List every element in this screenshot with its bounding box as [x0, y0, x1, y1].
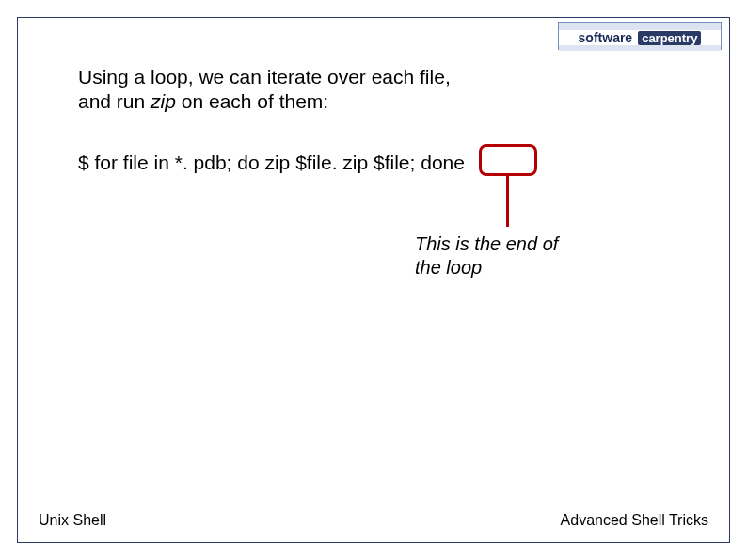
footer-right: Advanced Shell Tricks: [561, 512, 708, 529]
logo-box: software carpentry: [558, 22, 722, 50]
callout-line-1: This is the end of: [415, 233, 558, 254]
logo-top-strip: [559, 23, 721, 30]
slide-frame: software carpentry Using a loop, we can …: [17, 17, 730, 543]
body-line-2-ital: zip: [151, 90, 176, 112]
command-text: for file in *. pdb; do zip $file. zip $f…: [95, 152, 465, 173]
callout-connector: [506, 176, 509, 227]
callout-text: This is the end of the loop: [415, 232, 622, 280]
command-line: $ for file in *. pdb; do zip $file. zip …: [78, 152, 465, 174]
callout-line-2: the loop: [415, 257, 482, 278]
command-prompt: $: [78, 152, 95, 173]
logo-word-carpentry: carpentry: [638, 31, 701, 45]
body-text: Using a loop, we can iterate over each f…: [78, 65, 605, 115]
logo-title: software carpentry: [559, 30, 721, 45]
footer-left: Unix Shell: [39, 512, 106, 529]
body-line-1: Using a loop, we can iterate over each f…: [78, 66, 451, 88]
logo-word-software: software: [579, 30, 633, 45]
logo-bottom-strip: [559, 45, 721, 51]
body-line-2a: and run: [78, 90, 151, 112]
highlight-done: [479, 144, 537, 176]
body-line-2b: on each of them:: [176, 90, 328, 112]
